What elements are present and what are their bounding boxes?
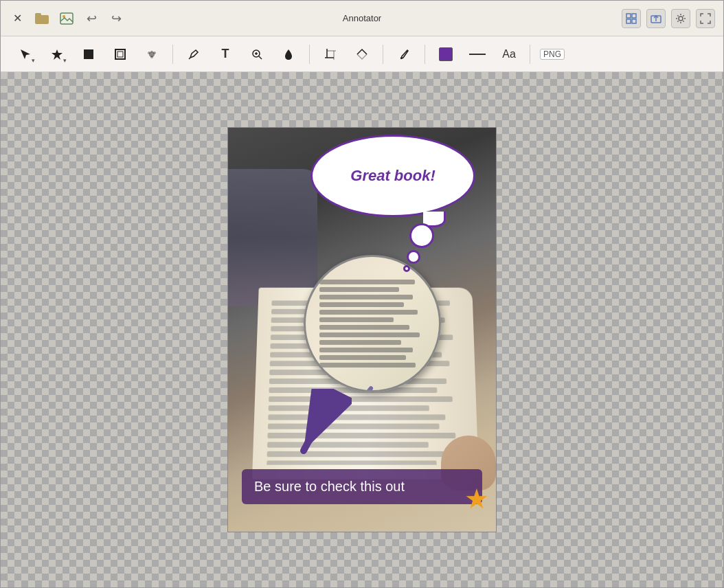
svg-rect-4 (626, 14, 631, 18)
fullscreen-icon[interactable] (696, 9, 715, 28)
svg-rect-7 (632, 19, 636, 23)
svg-point-18 (151, 50, 153, 52)
thought-circle-large (409, 223, 434, 248)
text-banner-annotation[interactable]: Be sure to check this out (242, 469, 482, 504)
svg-point-19 (150, 56, 153, 58)
canvas-area: Great book! Be sure to check this out ★ (1, 72, 723, 587)
font-button[interactable]: Aa (498, 43, 520, 65)
sep1 (172, 45, 173, 64)
svg-rect-12 (84, 49, 93, 59)
magnifier-annotation[interactable] (304, 255, 441, 392)
shape-tool-group (75, 43, 102, 65)
magnifier-content (313, 264, 432, 383)
svg-rect-2 (60, 13, 73, 24)
crop-tool-group (317, 43, 344, 65)
pen-tool-group (180, 43, 207, 65)
pen-tool[interactable] (183, 43, 205, 65)
color-picker-tool[interactable] (393, 43, 415, 65)
thought-bubble-main: Great book! (310, 135, 475, 217)
line-style-group (464, 43, 491, 65)
svg-point-17 (153, 52, 156, 54)
star-tool[interactable]: ▾ (46, 43, 68, 65)
star-tool-group: ▾ (43, 43, 71, 65)
text-tool-group: T (212, 43, 239, 65)
format-label[interactable]: PNG (540, 49, 565, 60)
resize-tool-group (348, 43, 376, 65)
banner-text: Be sure to check this out (254, 479, 405, 494)
color-swatch-group (432, 43, 460, 65)
frame-tool[interactable] (109, 43, 131, 65)
svg-point-10 (679, 16, 683, 21)
ink-tool-group (275, 43, 302, 65)
star-caret: ▾ (63, 57, 67, 64)
window-title: Annotator (343, 13, 381, 23)
undo-icon[interactable]: ↩ (83, 10, 100, 27)
export-icon[interactable] (646, 9, 666, 28)
font-tool-group: Aa (495, 43, 523, 65)
toolbar: ▾ ▾ (1, 36, 723, 72)
sep4 (425, 45, 425, 64)
svg-point-29 (400, 57, 403, 59)
arrow-tool-group: ▾ (12, 43, 39, 65)
image-canvas[interactable]: Great book! Be sure to check this out ★ (227, 127, 497, 532)
frame-tool-group (106, 43, 134, 65)
resize-tool[interactable] (351, 43, 373, 65)
image-icon[interactable] (58, 10, 75, 27)
star-annotation[interactable]: ★ (464, 483, 489, 514)
color-swatch-button[interactable] (435, 43, 457, 65)
svg-marker-11 (52, 49, 63, 60)
shape-tool[interactable] (78, 43, 100, 65)
svg-line-22 (259, 56, 262, 59)
crop-tool[interactable] (319, 43, 341, 65)
zoom-tool[interactable] (246, 43, 268, 65)
sep2 (309, 45, 310, 64)
blur-tool[interactable] (141, 43, 163, 65)
svg-rect-14 (117, 52, 123, 57)
svg-rect-6 (626, 19, 631, 23)
zoom-tool-group (243, 43, 271, 65)
thought-bubble-annotation[interactable]: Great book! (310, 135, 475, 217)
line-style-button[interactable] (466, 43, 488, 65)
svg-rect-13 (115, 49, 125, 59)
sep5 (530, 45, 530, 64)
settings-icon[interactable] (671, 9, 690, 28)
sep3 (383, 45, 383, 64)
text-tool[interactable]: T (214, 43, 236, 65)
app-window: ✕ ↩ ↪ Annotator (0, 0, 724, 588)
arrow-caret: ▾ (32, 57, 35, 64)
arrow-annotation[interactable] (283, 389, 352, 471)
svg-point-16 (148, 52, 150, 54)
active-color (439, 47, 453, 61)
blur-tool-group (138, 43, 166, 65)
ink-tool[interactable] (278, 43, 299, 65)
thought-circle-medium (407, 250, 420, 264)
line-sample (469, 54, 486, 55)
svg-rect-1 (35, 13, 41, 16)
thought-circle-small (403, 265, 410, 272)
format-group: PNG (537, 49, 567, 60)
titlebar-right (622, 9, 715, 28)
thought-bubble-text: Great book! (350, 167, 435, 185)
folder-icon[interactable] (34, 10, 50, 27)
arrow-tool[interactable]: ▾ (14, 43, 36, 65)
svg-line-20 (189, 58, 190, 59)
redo-icon[interactable]: ↪ (108, 10, 124, 27)
close-button[interactable]: ✕ (9, 10, 25, 27)
svg-rect-5 (632, 14, 636, 18)
titlebar-left: ✕ ↩ ↪ (9, 10, 124, 27)
color-picker-group (390, 43, 418, 65)
grid-view-icon[interactable] (622, 9, 641, 28)
titlebar: ✕ ↩ ↪ Annotator (1, 1, 723, 36)
